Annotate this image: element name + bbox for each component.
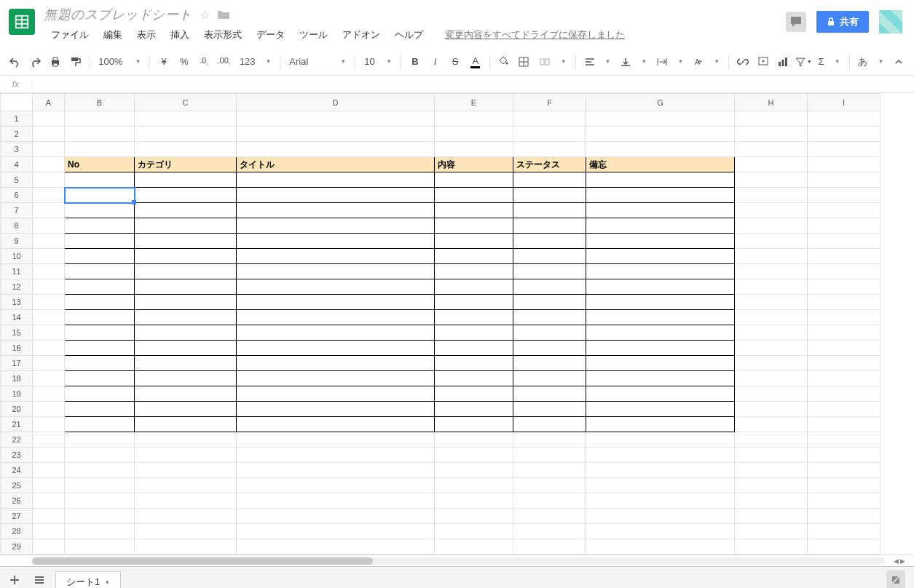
cell-B29[interactable] [65,539,135,555]
cell-H6[interactable] [735,188,808,203]
vertical-align-dropdown[interactable]: ▼ [616,52,651,71]
row-header-8[interactable]: 8 [1,218,33,234]
cell-I4[interactable] [808,157,880,172]
cell-G28[interactable] [586,524,735,539]
row-header-13[interactable]: 13 [1,295,33,310]
cell-I26[interactable] [808,493,880,509]
cell-E9[interactable] [435,234,513,249]
italic-button[interactable]: I [426,52,445,72]
collapse-toolbar-icon[interactable] [889,52,908,72]
cell-C15[interactable] [135,325,237,341]
cell-E1[interactable] [435,111,513,127]
cell-C22[interactable] [135,432,237,448]
cell-A9[interactable] [33,234,65,249]
cell-E23[interactable] [435,448,513,463]
currency-button[interactable]: ¥ [154,52,173,72]
cell-H21[interactable] [735,417,808,432]
cell-A23[interactable] [33,448,65,463]
cell-C1[interactable] [135,111,237,127]
cell-B3[interactable] [65,142,135,157]
cell-G27[interactable] [586,509,735,524]
cell-H12[interactable] [735,279,808,295]
cell-F25[interactable] [513,478,586,493]
cell-F12[interactable] [513,279,586,295]
cell-C4[interactable]: カテゴリ [135,157,237,172]
cell-F29[interactable] [513,539,586,555]
cell-E25[interactable] [435,478,513,493]
cell-G15[interactable] [586,325,735,341]
cell-H5[interactable] [735,172,808,188]
cell-F24[interactable] [513,463,586,478]
cell-D16[interactable] [237,341,435,356]
cell-F20[interactable] [513,402,586,417]
save-status[interactable]: 変更内容をすべてドライブに保存しました [445,28,625,41]
cell-D6[interactable] [237,188,435,203]
cell-C13[interactable] [135,295,237,310]
cell-D12[interactable] [237,279,435,295]
cell-D15[interactable] [237,325,435,341]
cell-E21[interactable] [435,417,513,432]
account-avatar[interactable] [879,10,902,33]
cell-H7[interactable] [735,203,808,218]
cell-I3[interactable] [808,142,880,157]
cell-B27[interactable] [65,509,135,524]
row-header-5[interactable]: 5 [1,172,33,188]
cell-G4[interactable]: 備忘 [586,157,735,172]
cell-C7[interactable] [135,203,237,218]
cell-H9[interactable] [735,234,808,249]
cell-H22[interactable] [735,432,808,448]
cell-H20[interactable] [735,402,808,417]
menu-edit[interactable]: 編集 [96,27,130,43]
row-header-2[interactable]: 2 [1,127,33,142]
cell-G20[interactable] [586,402,735,417]
cell-H16[interactable] [735,341,808,356]
cell-E12[interactable] [435,279,513,295]
cell-H17[interactable] [735,356,808,371]
cell-C12[interactable] [135,279,237,295]
cell-A16[interactable] [33,341,65,356]
cell-G24[interactable] [586,463,735,478]
cell-E18[interactable] [435,371,513,386]
row-header-16[interactable]: 16 [1,341,33,356]
menu-addons[interactable]: アドオン [335,27,387,43]
cell-D3[interactable] [237,142,435,157]
cell-A20[interactable] [33,402,65,417]
increase-decimal-button[interactable]: .00↑ [215,52,234,72]
cell-B4[interactable]: No [65,157,135,172]
row-header-9[interactable]: 9 [1,234,33,249]
column-header-D[interactable]: D [237,94,435,111]
cell-E8[interactable] [435,218,513,234]
cell-A8[interactable] [33,218,65,234]
cell-C16[interactable] [135,341,237,356]
cell-F13[interactable] [513,295,586,310]
document-title[interactable]: 無題のスプレッドシート [44,6,192,23]
column-header-B[interactable]: B [65,94,135,111]
cell-B6[interactable] [65,188,135,203]
cell-G9[interactable] [586,234,735,249]
cell-A2[interactable] [33,127,65,142]
cell-I1[interactable] [808,111,880,127]
cell-I7[interactable] [808,203,880,218]
cell-A7[interactable] [33,203,65,218]
row-header-25[interactable]: 25 [1,478,33,493]
column-header-C[interactable]: C [135,94,237,111]
cell-D1[interactable] [237,111,435,127]
cell-A19[interactable] [33,386,65,402]
cell-D18[interactable] [237,371,435,386]
cell-A28[interactable] [33,524,65,539]
cell-G3[interactable] [586,142,735,157]
cell-G1[interactable] [586,111,735,127]
column-header-E[interactable]: E [435,94,513,111]
cell-G16[interactable] [586,341,735,356]
cell-H8[interactable] [735,218,808,234]
column-header-I[interactable]: I [808,94,880,111]
cell-B5[interactable] [65,172,135,188]
cell-B24[interactable] [65,463,135,478]
column-header-A[interactable]: A [33,94,65,111]
cell-F5[interactable] [513,172,586,188]
sheet-tab-1[interactable]: シート1▼ [55,571,121,589]
cell-E27[interactable] [435,509,513,524]
cell-A12[interactable] [33,279,65,295]
cell-D2[interactable] [237,127,435,142]
cell-I21[interactable] [808,417,880,432]
